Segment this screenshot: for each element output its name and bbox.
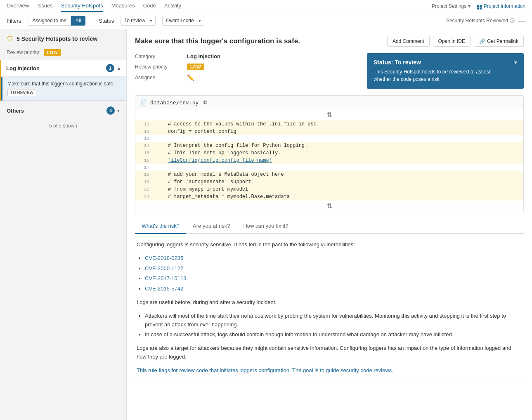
meta-section: Category Log Injection Review priority L… <box>135 53 524 89</box>
file-name: database/env.py <box>150 99 199 106</box>
category-value: Log Injection <box>187 53 220 59</box>
meta-category-row: Category Log Injection <box>135 53 350 59</box>
list-item: CVE-2015-5742 <box>145 285 522 293</box>
hotspot-item-text: Make sure that this logger's configurati… <box>7 81 121 87</box>
content-area: Configuring loggers is security-sensitiv… <box>135 241 524 375</box>
cve-link-0[interactable]: CVE-2018-0285 <box>145 255 183 261</box>
sidebar: 🛡 5 Security Hotspots to review Review p… <box>0 29 127 420</box>
project-settings-chevron: ▾ <box>468 3 471 9</box>
nav-code[interactable]: Code <box>143 0 156 12</box>
hotspot-status-badge: TO REVIEW <box>7 89 36 96</box>
assignee-edit-icon[interactable]: ✏️ <box>187 74 194 81</box>
main-layout: 🛡 5 Security Hotspots to review Review p… <box>0 29 532 420</box>
get-permalink-btn[interactable]: 🔗 Get Permalink <box>474 36 524 47</box>
others-group: Others 4 ▾ <box>0 102 126 119</box>
content-para3: Logs are also a target for attackers bec… <box>137 344 522 361</box>
code-line-12: 12 config = context.config <box>135 128 523 135</box>
nav-items: Overview Issues Security Hotspots Measur… <box>7 0 181 12</box>
grid-icon <box>477 2 482 10</box>
status-select-wrapper: To review <box>121 16 156 26</box>
priority-badge: LOW <box>44 49 61 56</box>
assigned-to-me-btn[interactable]: Assigned to me <box>28 16 71 26</box>
meta-assignee-row: Assignee ✏️ <box>135 74 350 81</box>
top-nav: Overview Issues Security Hotspots Measur… <box>0 0 532 12</box>
tabs-bar: What's the risk? Are you at risk? How ca… <box>135 219 524 234</box>
code-line-18: 18 # add your model's MetaData object he… <box>135 171 523 178</box>
code-body: 11 # access to the values within the .in… <box>135 120 523 201</box>
nav-right: Project Settings ▾ Project Information <box>432 2 525 10</box>
log-injection-group: Log Injection 1 ▲ Make sure that this lo… <box>0 60 126 101</box>
code-line-15: 15 # This line sets up loggers basically… <box>135 149 523 157</box>
code-link-fileconfig[interactable]: fileConfig(config.config_file_name) <box>168 158 272 163</box>
rule-text: This rule flags for review code that ini… <box>137 367 393 373</box>
status-box-desc: This Security Hotspot needs to be review… <box>374 68 509 83</box>
project-info-label: Project Information <box>484 3 525 9</box>
priority-label: Review priority <box>135 64 180 70</box>
code-header: 📄 database/env.py ⧉ <box>135 96 523 109</box>
log-injection-name: Log Injection <box>6 65 40 71</box>
priority-value: LOW <box>187 64 204 70</box>
log-injection-chevron[interactable]: ▲ <box>117 66 121 71</box>
open-in-ide-btn[interactable]: Open in IDE <box>433 36 471 47</box>
title-actions: Add Comment Open in IDE 🔗 Get Permalink <box>387 36 524 47</box>
nav-measures[interactable]: Measures <box>111 0 135 12</box>
log-injection-count: 1 <box>106 64 114 72</box>
log-injection-header[interactable]: Log Injection 1 ▲ <box>1 60 126 77</box>
nav-security-hotspots[interactable]: Security Hotspots <box>61 0 103 12</box>
category-label: Category <box>135 54 180 59</box>
review-priority-row: Review priority: LOW <box>0 47 126 60</box>
code-line-19: 19 # for 'autogenerate' support <box>135 178 523 186</box>
nav-issues[interactable]: Issues <box>37 0 53 12</box>
status-label: Status <box>99 18 114 24</box>
code-line-20: 20 # from myapp import mymodel <box>135 186 523 193</box>
others-count: 4 <box>106 106 115 115</box>
cve-link-2[interactable]: CVE-2017-15113 <box>145 275 186 281</box>
expand-up-btn[interactable]: ⇅ <box>135 109 523 120</box>
expand-down-btn[interactable]: ⇅ <box>135 201 523 212</box>
add-comment-btn[interactable]: Add Comment <box>387 36 430 47</box>
nav-overview[interactable]: Overview <box>7 0 29 12</box>
status-box-chevron[interactable]: ▾ <box>514 59 517 66</box>
review-priority-label: Review priority: <box>7 50 40 55</box>
shield-icon: 🛡 <box>7 35 13 42</box>
filters-bar: Filters Assigned to me All Status To rev… <box>0 12 532 29</box>
tab-how-can-you-fix-it[interactable]: How can you fix it? <box>236 219 295 234</box>
code-line-11: 11 # access to the values within the .in… <box>135 120 523 128</box>
meta-left: Category Log Injection Review priority L… <box>135 53 350 89</box>
assignee-label: Assignee <box>135 75 180 80</box>
copy-icon[interactable]: ⧉ <box>203 99 207 106</box>
status-select[interactable]: To review <box>121 16 156 26</box>
hotspot-main-title: Make sure that this logger's configurati… <box>135 37 300 45</box>
cve-link-3[interactable]: CVE-2015-5742 <box>145 286 183 292</box>
reviewed-text: Security Hotspots Reviewed <box>446 18 508 24</box>
status-box: Status: To review This Security Hotspot … <box>367 53 524 89</box>
others-chevron[interactable]: ▾ <box>117 108 120 113</box>
code-line-21: 21 # target_metadata = mymodel.Base.meta… <box>135 193 523 201</box>
meta-priority-row: Review priority LOW <box>135 64 350 70</box>
list-item: In case of a successful attack, logs sho… <box>145 330 522 339</box>
code-line-14: 14 # Interpret the config file for Pytho… <box>135 142 523 149</box>
others-header[interactable]: Others 4 ▾ <box>0 102 126 119</box>
project-settings-link[interactable]: Project Settings ▾ <box>432 3 471 9</box>
list-item: CVE-2000-1127 <box>145 264 522 273</box>
file-icon: 📄 <box>140 99 147 106</box>
sidebar-title: 5 Security Hotspots to review <box>17 35 97 42</box>
tab-whats-the-risk[interactable]: What's the risk? <box>135 219 186 234</box>
title-bar: Make sure that this logger's configurati… <box>135 36 524 47</box>
sidebar-header: 🛡 5 Security Hotspots to review <box>0 29 126 47</box>
all-btn[interactable]: All <box>71 16 85 26</box>
tab-are-you-at-risk[interactable]: Are you at risk? <box>186 219 236 234</box>
code-line-13: 13 <box>135 135 523 142</box>
content-para2: Logs are useful before, during and after… <box>137 298 522 307</box>
nav-activity[interactable]: Activity <box>164 0 181 12</box>
scope-select[interactable]: Overall code <box>162 16 204 26</box>
filter-btn-group: Assigned to me All <box>28 16 85 26</box>
link-icon: 🔗 <box>479 38 485 44</box>
reviewed-dash: — <box>518 17 525 25</box>
list-item: Attackers will most of the time start th… <box>145 312 522 329</box>
hotspot-item[interactable]: Make sure that this logger's configurati… <box>1 77 126 101</box>
status-box-title: Status: To review <box>374 59 509 66</box>
cve-link-1[interactable]: CVE-2000-1127 <box>145 265 183 271</box>
project-info-link[interactable]: Project Information <box>477 2 525 10</box>
filters-label: Filters <box>7 18 21 24</box>
